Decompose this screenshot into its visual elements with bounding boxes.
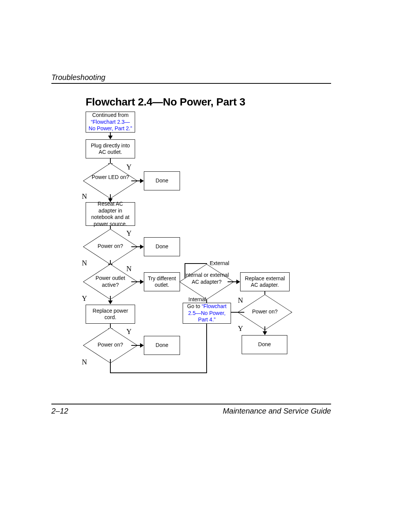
- edge-label-n: N: [82, 358, 87, 366]
- node-text: Power on?: [252, 308, 278, 315]
- node-text: Reseat AC adapter in notebook and at pow…: [88, 201, 132, 227]
- node-done-3: Done: [144, 336, 180, 355]
- arrowhead-right-icon: [140, 179, 144, 183]
- node-plug: Plug directly into AC outlet.: [86, 139, 135, 158]
- document-page: Troubleshooting Flowchart 2.4—No Power, …: [0, 0, 411, 532]
- text-plain: Go to: [187, 303, 202, 309]
- connector: [131, 281, 141, 282]
- page-title: Flowchart 2.4—No Power, Part 3: [86, 96, 245, 108]
- arrowhead-right-icon: [140, 343, 144, 348]
- node-text: Plug directly into AC outlet.: [88, 142, 132, 156]
- node-text: Replace power cord.: [88, 308, 132, 321]
- node-text: Power LED on?: [92, 174, 129, 181]
- connector: [110, 372, 207, 373]
- guide-title: Maintenance and Service Guide: [223, 407, 331, 415]
- node-goto: Go to “Flowchart 2.5—No Power, Part 4.”: [183, 303, 231, 324]
- arrowhead-right-icon: [140, 280, 144, 284]
- edge-label-y: Y: [82, 294, 87, 303]
- node-replace-cord: Replace power cord.: [86, 305, 135, 324]
- node-done-4: Done: [242, 335, 287, 354]
- edge-label-n: N: [82, 192, 87, 201]
- node-text: Replace external AC adapter.: [243, 275, 287, 289]
- edge-label-n: N: [82, 259, 87, 267]
- arrowhead-right-icon: [236, 280, 240, 284]
- connector: [131, 345, 141, 346]
- node-text: Power outlet active?: [88, 275, 133, 288]
- edge-label-n: N: [126, 265, 132, 273]
- connector: [231, 312, 244, 313]
- node-text: Done: [258, 341, 271, 348]
- text-plain: Continued from: [92, 112, 129, 118]
- edge-label-internal: Internal: [188, 296, 206, 302]
- node-start: Continued from “Flowchart 2.3—No Power, …: [86, 112, 135, 133]
- arrowhead-down-icon: [108, 300, 113, 304]
- edge-label-y: Y: [126, 163, 132, 171]
- node-text: Internal or external AC adapter?: [184, 272, 229, 285]
- page-number: 2–12: [51, 407, 68, 415]
- node-text: Done: [156, 177, 168, 184]
- edge-label-n: N: [238, 296, 243, 305]
- node-try-outlet: Try different outlet.: [144, 272, 180, 291]
- arrowhead-down-icon: [108, 136, 113, 139]
- edge-label-external: External: [210, 260, 229, 266]
- node-text: Go to “Flowchart 2.5—No Power, Part 4.”: [185, 303, 228, 323]
- node-text: Done: [156, 342, 168, 349]
- node-text: Continued from “Flowchart 2.3—No Power, …: [88, 112, 132, 132]
- connector: [110, 359, 111, 372]
- edge-label-y: Y: [126, 229, 132, 238]
- node-done-1: Done: [144, 171, 180, 190]
- footer-rule: [51, 404, 331, 404]
- node-text: Power on?: [98, 243, 123, 250]
- arrowhead-down-icon: [263, 331, 267, 335]
- edge-label-y: Y: [126, 328, 132, 336]
- edge-label-y: Y: [238, 324, 243, 333]
- node-done-2: Done: [144, 237, 180, 256]
- node-text: Try different outlet.: [147, 275, 177, 289]
- node-reseat: Reseat AC adapter in notebook and at pow…: [86, 202, 135, 226]
- connector: [131, 246, 141, 247]
- connector: [185, 263, 207, 264]
- header-rule: [51, 83, 331, 84]
- node-text: Done: [156, 243, 168, 250]
- section-label: Troubleshooting: [51, 73, 105, 82]
- node-text: Power on?: [98, 342, 123, 348]
- connector: [131, 181, 141, 181]
- connector: [228, 281, 237, 282]
- node-replace-ext: Replace external AC adapter.: [240, 272, 290, 291]
- arrowhead-right-icon: [140, 244, 144, 249]
- link-prev-flowchart[interactable]: “Flowchart 2.3—No Power, Part 2.”: [89, 119, 132, 132]
